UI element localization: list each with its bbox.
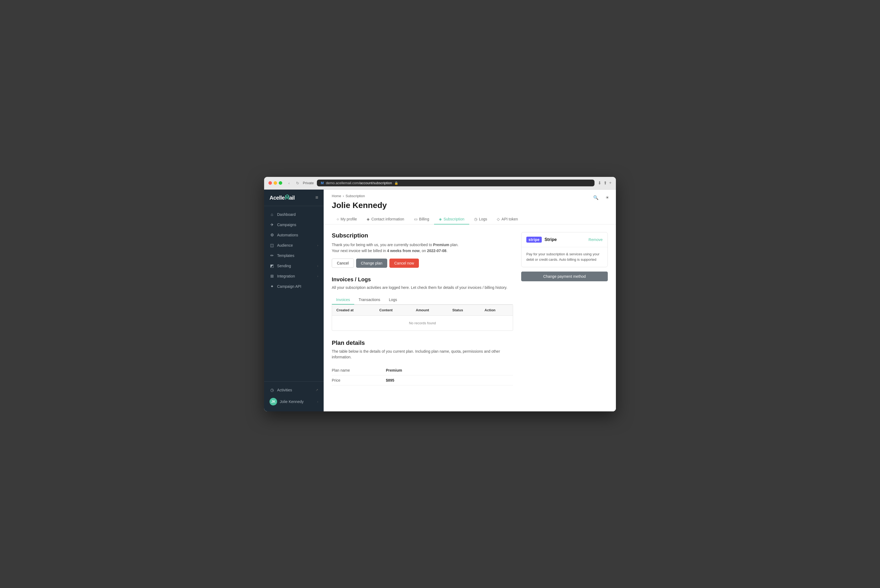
chevron-right-icon: ›	[317, 400, 318, 403]
subtab-invoices[interactable]: Invoices	[332, 296, 354, 304]
user-name: Jolie Kennedy	[280, 399, 303, 404]
sidebar-item-campaigns[interactable]: ✈ Campaigns	[264, 220, 324, 230]
logs-icon: ◷	[474, 217, 478, 221]
header-actions: 🔍 ☀	[592, 194, 611, 202]
chevron-right-icon: ›	[317, 244, 318, 247]
breadcrumb: Home › Subscription	[332, 194, 608, 198]
sidebar-toggle-button[interactable]: ≡	[315, 195, 318, 200]
invoices-table-container: Created at Content Amount Status Action	[332, 304, 513, 331]
invoices-title: Invoices / Logs	[332, 276, 513, 283]
cancel-now-button[interactable]: Cancel now	[389, 259, 419, 268]
sidebar-item-integration[interactable]: ⊞ Integration ›	[264, 271, 324, 281]
cancel-button[interactable]: Cancel	[332, 259, 354, 268]
sidebar-item-automations[interactable]: ⚙ Automations	[264, 230, 324, 240]
browser-chrome: ‹ ↻ Private M demo.acellemail.com/accoun…	[264, 177, 616, 190]
chevron-right-icon: ›	[317, 264, 318, 267]
plan-details-title: Plan details	[332, 339, 513, 346]
stripe-wordmark: stripe	[526, 237, 542, 243]
subscription-description: Thank you for being with us, you are cur…	[332, 242, 513, 254]
tab-contact-information[interactable]: ◈ Contact information	[362, 214, 409, 225]
invoices-subtabs: Invoices Transactions Logs	[332, 296, 513, 304]
plan-details-table: Plan name Premium Price $895	[332, 365, 513, 386]
browser-window: ‹ ↻ Private M demo.acellemail.com/accoun…	[264, 177, 616, 411]
stripe-logo: stripe Stripe	[526, 237, 557, 243]
invoices-table: Created at Content Amount Status Action	[332, 305, 513, 330]
sidebar-item-sending[interactable]: ◩ Sending ›	[264, 261, 324, 271]
url-text: demo.acellemail.com/account/subscription	[326, 181, 392, 185]
browser-logo: M	[321, 181, 324, 185]
address-bar[interactable]: M demo.acellemail.com/account/subscripti…	[317, 180, 594, 186]
sidebar-item-dashboard[interactable]: ⌂ Dashboard	[264, 209, 324, 220]
minimize-button[interactable]	[273, 181, 277, 185]
sidebar-item-templates[interactable]: ✏ Templates	[264, 250, 324, 261]
plan-name-label: Plan name	[332, 365, 386, 375]
sidebar-item-audience[interactable]: ◫ Audience ›	[264, 240, 324, 250]
breadcrumb-home[interactable]: Home	[332, 194, 341, 198]
content-area: Subscription Thank you for being with us…	[324, 225, 616, 411]
sidebar-item-label: Sending	[277, 264, 291, 268]
breadcrumb-current: Subscription	[345, 194, 365, 198]
app-layout: AcelleM̃ail ≡ ⌂ Dashboard ✈ Campaigns ⚙ …	[264, 190, 616, 411]
maximize-button[interactable]	[279, 181, 282, 185]
subscription-title: Subscription	[332, 232, 513, 239]
audience-icon: ◫	[270, 243, 275, 248]
plan-name-value: Premium	[386, 365, 513, 375]
remove-payment-link[interactable]: Remove	[589, 237, 603, 242]
sidebar-item-campaign-api[interactable]: ✦ Campaign API	[264, 281, 324, 292]
subscription-section: Subscription Thank you for being with us…	[332, 232, 513, 268]
sending-icon: ◩	[270, 263, 275, 268]
back-button[interactable]: ‹	[285, 180, 293, 187]
tab-logs[interactable]: ◷ Logs	[469, 214, 492, 225]
sidebar-item-label: Dashboard	[277, 212, 296, 217]
content-grid: Subscription Thank you for being with us…	[332, 232, 608, 386]
campaigns-icon: ✈	[270, 222, 275, 227]
col-created-at: Created at	[332, 305, 375, 316]
sidebar-footer: ◷ Activities ↗ JK Jolie Kennedy ›	[264, 381, 324, 411]
plan-price-value: $895	[386, 375, 513, 386]
tab-label: Private	[303, 181, 314, 185]
plan-row-name: Plan name Premium	[332, 365, 513, 375]
search-button[interactable]: 🔍	[592, 194, 600, 202]
close-button[interactable]	[269, 181, 272, 185]
user-profile-footer[interactable]: JK Jolie Kennedy ›	[264, 395, 324, 408]
download-icon[interactable]: ⬇	[598, 180, 601, 186]
subtab-logs[interactable]: Logs	[384, 296, 401, 304]
contact-icon: ◈	[367, 217, 369, 221]
subtab-transactions[interactable]: Transactions	[354, 296, 384, 304]
activities-footer-item[interactable]: ◷ Activities ↗	[264, 385, 324, 395]
sidebar-item-label: Campaign API	[277, 284, 302, 289]
profile-icon: ○	[336, 217, 339, 221]
activities-label: Activities	[277, 388, 292, 392]
share-icon[interactable]: ⬆	[604, 180, 607, 186]
tabs: ○ My profile ◈ Contact information ▭ Bil…	[332, 214, 608, 224]
tab-my-profile[interactable]: ○ My profile	[332, 214, 362, 225]
tab-subscription[interactable]: ◈ Subscription	[434, 214, 469, 225]
tab-api-token[interactable]: ◇ API token	[492, 214, 523, 225]
col-action: Action	[480, 305, 513, 316]
theme-toggle-button[interactable]: ☀	[603, 194, 611, 202]
main-header: Home › Subscription Jolie Kennedy 🔍 ☀ ○ …	[324, 190, 616, 225]
payment-card-header: stripe Stripe Remove	[521, 232, 608, 247]
sidebar: AcelleM̃ail ≡ ⌂ Dashboard ✈ Campaigns ⚙ …	[264, 190, 324, 411]
payment-description: Pay for your subscription & services usi…	[526, 252, 603, 263]
refresh-button[interactable]: ↻	[294, 180, 301, 187]
subscription-icon: ◈	[439, 217, 442, 221]
invoices-section: Invoices / Logs All your subscription ac…	[332, 276, 513, 331]
tab-billing[interactable]: ▭ Billing	[409, 214, 434, 225]
subscription-actions: Cancel Change plan Cancel now	[332, 259, 513, 268]
plan-details-description: The table below is the details of you cu…	[332, 349, 513, 360]
change-payment-method-button[interactable]: Change payment method	[521, 272, 608, 281]
sidebar-nav: ⌂ Dashboard ✈ Campaigns ⚙ Automations ◫ …	[264, 206, 324, 381]
no-records-text: No records found	[332, 316, 513, 331]
stripe-name: Stripe	[544, 237, 557, 242]
plan-price-label: Price	[332, 375, 386, 386]
automations-icon: ⚙	[270, 232, 275, 237]
new-tab-icon[interactable]: +	[609, 180, 611, 186]
integration-icon: ⊞	[270, 274, 275, 279]
traffic-lights	[269, 181, 282, 185]
sidebar-header: AcelleM̃ail ≡	[264, 190, 324, 206]
change-plan-button[interactable]: Change plan	[356, 259, 387, 268]
sidebar-item-label: Automations	[277, 233, 298, 237]
page-title: Jolie Kennedy	[332, 201, 608, 210]
col-content: Content	[375, 305, 411, 316]
